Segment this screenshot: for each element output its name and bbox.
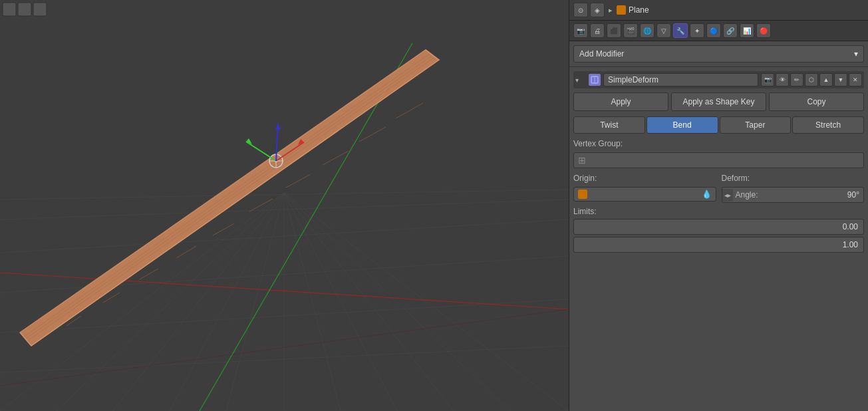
apply-button[interactable]: Apply: [573, 92, 668, 111]
object-name-label: Plane: [629, 5, 649, 15]
data-tab-icon[interactable]: 📊: [740, 23, 754, 38]
add-modifier-label: Add Modifier: [579, 49, 624, 59]
limit-min-field[interactable]: 0.00: [573, 219, 864, 235]
3d-viewport[interactable]: [0, 0, 569, 411]
copy-button[interactable]: Copy: [769, 92, 864, 111]
edit-mode-icon[interactable]: ✏: [790, 73, 803, 86]
render-icon[interactable]: 📷: [761, 73, 774, 86]
modifier-expand-icon[interactable]: ▾: [575, 76, 586, 84]
origin-column: Origin: 💧: [573, 174, 716, 203]
vertex-group-row: Vertex Group:: [573, 139, 864, 148]
delete-modifier-button[interactable]: ✕: [849, 73, 862, 86]
limits-section: Limits: 0.00 1.00: [573, 207, 864, 253]
object-icon-btn[interactable]: ◈: [590, 3, 605, 17]
eyedropper-icon[interactable]: 💧: [702, 190, 712, 199]
origin-object-icon: [578, 190, 587, 199]
modifier-action-icons: 📷 👁 ✏ ⬡ ▲ ▼ ✕: [761, 73, 862, 86]
angle-value: 90°: [761, 188, 863, 202]
add-modifier-button[interactable]: Add Modifier ▾: [573, 45, 864, 63]
angle-drag-handle[interactable]: ◂▸: [722, 189, 733, 202]
cage-icon[interactable]: ⬡: [805, 73, 818, 86]
modifier-name-input[interactable]: [603, 73, 758, 86]
vertex-group-field[interactable]: ⊞: [573, 152, 864, 168]
constraints-tab-icon[interactable]: 🔗: [723, 23, 738, 38]
apply-shape-key-button[interactable]: Apply as Shape Key: [671, 92, 766, 111]
svg-rect-49: [18, 3, 31, 16]
mode-tabs: Twist Bend Taper Stretch: [573, 116, 864, 134]
output-tab-icon[interactable]: 🖨: [590, 23, 605, 38]
object-tab-icon[interactable]: ▽: [656, 23, 671, 38]
modifier-tab-icon[interactable]: 🔧: [673, 23, 688, 38]
vertex-group-field-row: ⊞: [573, 152, 864, 168]
render-tab-icon[interactable]: 📷: [573, 23, 588, 38]
origin-field[interactable]: 💧: [573, 187, 716, 202]
panel-header: ⊙ ◈ ▸ Plane: [569, 0, 868, 21]
add-modifier-dropdown-icon: ▾: [854, 49, 858, 59]
svg-rect-0: [0, 0, 569, 411]
modifier-block: ▾ 📷 👁 ✏ ⬡ ▲ ▼ ✕ Apply Apply as Shape Ke: [569, 67, 868, 259]
angle-label: Angle:: [733, 188, 761, 202]
deform-label: Deform:: [722, 174, 865, 183]
tab-stretch[interactable]: Stretch: [792, 116, 864, 134]
origin-input[interactable]: [590, 190, 699, 199]
move-down-icon[interactable]: ▼: [834, 73, 847, 86]
world-tab-icon[interactable]: 🌐: [640, 23, 654, 38]
vertex-group-icon: ⊞: [578, 155, 586, 166]
origin-deform-section: Origin: 💧 Deform: ◂▸ Angle: 90°: [573, 174, 864, 203]
origin-label: Origin:: [573, 174, 716, 183]
modifier-header: ▾ 📷 👁 ✏ ⬡ ▲ ▼ ✕: [573, 71, 864, 88]
material-tab-icon[interactable]: 🔴: [756, 23, 771, 38]
tab-bend[interactable]: Bend: [647, 116, 718, 134]
scene-tab-icon[interactable]: 🎬: [623, 23, 638, 38]
physics-tab-icon[interactable]: 🔵: [706, 23, 721, 38]
viewport-icon[interactable]: 👁: [776, 73, 789, 86]
breadcrumb-separator: ▸: [609, 6, 613, 15]
modifier-type-icon: [589, 74, 601, 86]
tab-taper[interactable]: Taper: [720, 116, 792, 134]
view-layer-icon[interactable]: ⬛: [607, 23, 621, 38]
vertex-group-label: Vertex Group:: [573, 139, 627, 148]
header-icons: ⊙ ◈: [573, 3, 605, 17]
angle-row[interactable]: ◂▸ Angle: 90°: [722, 187, 865, 203]
add-modifier-row: Add Modifier ▾: [569, 41, 868, 67]
apply-row: Apply Apply as Shape Key Copy: [573, 92, 864, 111]
particles-tab-icon[interactable]: ✦: [690, 23, 704, 38]
object-type-icon: [617, 5, 626, 15]
object-name-display: Plane: [617, 5, 649, 15]
deform-column: Deform: ◂▸ Angle: 90°: [722, 174, 865, 203]
icon-tab-row: 📷 🖨 ⬛ 🎬 🌐 ▽ 🔧 ✦ 🔵 🔗 📊 🔴: [569, 21, 868, 41]
svg-rect-48: [3, 3, 16, 16]
limits-label: Limits:: [573, 207, 864, 216]
view-icon-btn[interactable]: ⊙: [573, 3, 588, 17]
svg-rect-50: [33, 3, 47, 16]
move-up-icon[interactable]: ▲: [819, 73, 833, 86]
tab-twist[interactable]: Twist: [573, 116, 645, 134]
limit-max-field[interactable]: 1.00: [573, 237, 864, 253]
properties-panel: ⊙ ◈ ▸ Plane 📷 🖨 ⬛ 🎬 🌐 ▽ 🔧 ✦ 🔵 🔗 📊 🔴 Add …: [569, 0, 868, 411]
